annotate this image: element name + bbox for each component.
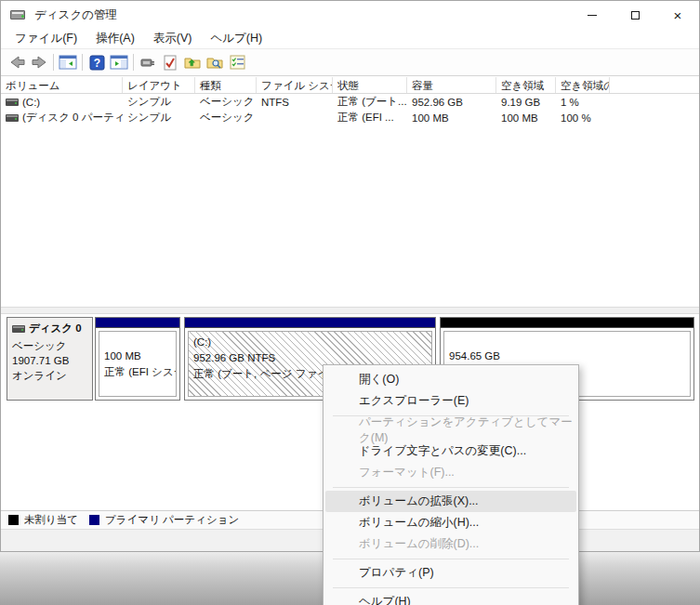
volume-status: 正常 (EFI ... bbox=[333, 111, 407, 125]
volume-icon bbox=[6, 99, 19, 106]
column-header-volume[interactable]: ボリューム bbox=[1, 77, 123, 93]
disk-status: オンライン bbox=[12, 368, 87, 383]
partition-size: 954.65 GB bbox=[449, 349, 685, 364]
column-header-status[interactable]: 状態 bbox=[333, 77, 407, 93]
menu-separator bbox=[333, 587, 569, 588]
help-icon[interactable]: ? bbox=[86, 52, 108, 72]
volume-layout: シンプル bbox=[123, 111, 195, 125]
task-checklist-icon[interactable] bbox=[226, 52, 248, 72]
column-header-capacity[interactable]: 容量 bbox=[407, 77, 496, 93]
disk-name: ディスク 0 bbox=[29, 322, 82, 335]
maximize-icon bbox=[631, 11, 640, 20]
column-header-filesystem[interactable]: ファイル システム bbox=[257, 77, 333, 93]
toolbar-separator bbox=[53, 54, 54, 71]
toolbar-separator bbox=[133, 54, 134, 71]
partition-color-bar bbox=[441, 318, 693, 328]
volume-name: (C:) bbox=[22, 97, 40, 108]
menu-item-delete-volume: ボリュームの削除(D)... bbox=[325, 533, 576, 555]
legend-swatch-primary bbox=[89, 515, 99, 525]
volume-free-pct: 1 % bbox=[556, 97, 610, 108]
volume-free: 100 MB bbox=[496, 112, 556, 124]
menu-item-properties[interactable]: プロパティ(P) bbox=[325, 562, 576, 584]
partition-status: 正常 (EFI システ bbox=[104, 364, 171, 380]
legend-label-primary: プライマリ パーティション bbox=[105, 513, 239, 527]
legend-label-unallocated: 未割り当て bbox=[24, 513, 78, 527]
menu-separator bbox=[333, 559, 569, 559]
volume-capacity: 952.96 GB bbox=[407, 97, 496, 108]
menu-view[interactable]: 表示(V) bbox=[145, 29, 201, 48]
maximize-button[interactable] bbox=[614, 1, 656, 29]
volume-filesystem: NTFS bbox=[257, 97, 333, 108]
pane-splitter[interactable] bbox=[1, 307, 699, 314]
menu-action[interactable]: 操作(A) bbox=[87, 29, 143, 48]
partition-color-bar bbox=[185, 318, 435, 328]
volume-free: 9.19 GB bbox=[496, 97, 556, 108]
menu-item-help[interactable]: ヘルプ(H) bbox=[325, 591, 576, 605]
menu-item-extend-volume[interactable]: ボリュームの拡張(X)... bbox=[325, 491, 576, 512]
forward-icon[interactable] bbox=[28, 52, 50, 72]
volume-list: (C:) シンプル ベーシック NTFS 正常 (ブート... 952.96 G… bbox=[1, 94, 699, 307]
volume-capacity: 100 MB bbox=[407, 112, 496, 124]
volume-name: (ディスク 0 パーティシ... bbox=[22, 111, 123, 125]
toolbar: ? bbox=[1, 49, 699, 75]
partition-efi[interactable]: 100 MB 正常 (EFI システ bbox=[95, 317, 180, 401]
device-properties-icon[interactable] bbox=[137, 52, 159, 72]
folder-search-icon[interactable] bbox=[204, 52, 226, 72]
column-header-free[interactable]: 空き領域 bbox=[496, 77, 556, 93]
volume-list-header: ボリューム レイアウト 種類 ファイル システム 状態 容量 空き領域 空き領域… bbox=[1, 77, 699, 94]
table-row[interactable]: (C:) シンプル ベーシック NTFS 正常 (ブート... 952.96 G… bbox=[1, 94, 699, 110]
menu-help[interactable]: ヘルプ(H) bbox=[202, 29, 271, 48]
volume-free-pct: 100 % bbox=[556, 112, 610, 124]
menu-item-open[interactable]: 開く(O) bbox=[325, 369, 576, 390]
menu-item-format: フォーマット(F)... bbox=[325, 462, 576, 483]
disk-size: 1907.71 GB bbox=[12, 353, 87, 368]
column-header-layout[interactable]: レイアウト bbox=[123, 77, 195, 93]
title-bar: ディスクの管理 × bbox=[1, 1, 699, 29]
folder-export-icon[interactable] bbox=[181, 52, 204, 72]
disk-type: ベーシック bbox=[12, 338, 87, 353]
menu-item-mark-active: パーティションをアクティブとしてマーク(M) bbox=[325, 419, 576, 441]
menu-item-shrink-volume[interactable]: ボリュームの縮小(H)... bbox=[325, 512, 576, 533]
volume-type: ベーシック bbox=[195, 95, 257, 109]
context-menu: 開く(O) エクスプローラー(E) パーティションをアクティブとしてマーク(M)… bbox=[323, 364, 579, 605]
show-console-tree-icon[interactable] bbox=[57, 52, 79, 72]
partition-label: (C:) bbox=[193, 335, 427, 350]
volume-type: ベーシック bbox=[195, 111, 257, 125]
legend-swatch-unallocated bbox=[8, 515, 19, 525]
disk-icon bbox=[12, 325, 25, 333]
column-header-filler bbox=[610, 77, 699, 93]
menu-file[interactable]: ファイル(F) bbox=[7, 29, 86, 48]
table-row[interactable]: (ディスク 0 パーティシ... シンプル ベーシック 正常 (EFI ... … bbox=[1, 110, 699, 125]
close-button[interactable]: × bbox=[656, 1, 699, 29]
minimize-icon bbox=[588, 15, 597, 16]
show-action-pane-icon[interactable] bbox=[108, 52, 130, 72]
minimize-button[interactable] bbox=[571, 1, 614, 29]
menu-item-explorer[interactable]: エクスプローラー(E) bbox=[325, 390, 576, 412]
app-icon bbox=[10, 7, 27, 22]
toolbar-separator bbox=[82, 54, 83, 71]
partition-color-bar bbox=[96, 318, 179, 328]
partition-size: 100 MB bbox=[104, 349, 171, 364]
menu-separator bbox=[333, 487, 569, 488]
svg-text:?: ? bbox=[93, 57, 99, 70]
menu-bar: ファイル(F) 操作(A) 表示(V) ヘルプ(H) bbox=[1, 29, 699, 49]
volume-status: 正常 (ブート... bbox=[333, 95, 407, 109]
close-icon: × bbox=[674, 8, 682, 22]
back-icon[interactable] bbox=[6, 52, 28, 72]
check-document-icon[interactable] bbox=[159, 52, 181, 72]
column-header-free-pct[interactable]: 空き領域の割... bbox=[556, 77, 610, 93]
volume-icon bbox=[6, 114, 19, 122]
column-header-type[interactable]: 種類 bbox=[195, 77, 257, 93]
window-title: ディスクの管理 bbox=[34, 7, 117, 23]
disk-0-info-panel[interactable]: ディスク 0 ベーシック 1907.71 GB オンライン bbox=[7, 317, 93, 401]
volume-layout: シンプル bbox=[123, 95, 195, 109]
